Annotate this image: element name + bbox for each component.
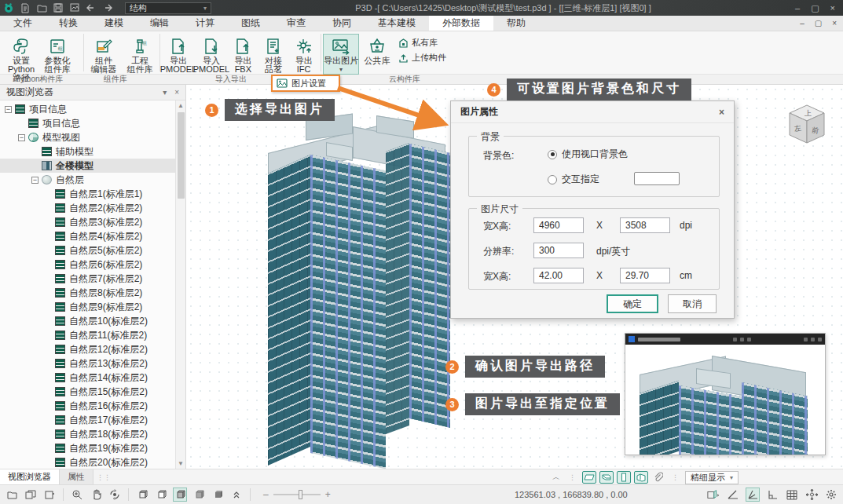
move-axes-icon[interactable] (805, 488, 819, 502)
menu-tab-帮助[interactable]: 帮助 (493, 16, 539, 31)
tree-item-0[interactable]: −项目信息 (0, 102, 175, 116)
tree-scrollbar[interactable]: ▲ ▼ (175, 100, 185, 469)
polar-snap-icon[interactable] (746, 488, 760, 502)
display-mode-dropdown[interactable]: 精细显示 ▾ (685, 471, 739, 484)
parametric-library-button[interactable]: 组 参数化 组件库 (39, 34, 75, 75)
settings-gear-icon[interactable] (824, 488, 838, 502)
tree-item-16[interactable]: 自然层11(标准层2) (0, 328, 175, 342)
tree-item-11[interactable]: 自然层6(标准层2) (0, 257, 175, 272)
export-ifc-button[interactable]: 导出 IFC (288, 34, 319, 75)
menu-tab-外部数据[interactable]: 外部数据 (429, 16, 493, 31)
panel-close-icon[interactable]: × (174, 88, 179, 97)
width-px-input[interactable]: 4960 (533, 217, 584, 233)
wall-display-icon[interactable] (634, 471, 648, 484)
close-button[interactable]: × (830, 3, 835, 13)
cascade-windows-icon[interactable] (24, 488, 38, 502)
viewer-minimize-icon[interactable] (811, 338, 815, 341)
radio-on-icon[interactable] (548, 150, 557, 159)
scroll-thumb[interactable] (178, 112, 185, 199)
exported-image-viewer[interactable] (625, 333, 826, 455)
tree-item-19[interactable]: 自然层14(标准层2) (0, 371, 175, 385)
doc-restore-button[interactable]: ▢ (815, 19, 822, 27)
doc-minimize-button[interactable]: – (800, 19, 805, 27)
wireframe-cube-icon[interactable] (135, 488, 149, 502)
slab-display-icon[interactable] (582, 471, 596, 484)
tree-item-3[interactable]: 辅助模型 (0, 144, 175, 159)
slider-track[interactable] (273, 494, 321, 495)
menu-tab-文件[interactable]: 文件 (0, 16, 46, 31)
collapse-toolbar-button[interactable]: ︿ (550, 472, 563, 483)
viewer-close-icon[interactable] (818, 338, 822, 341)
tree-item-2[interactable]: −模型视图 (0, 130, 175, 144)
menu-tab-图纸[interactable]: 图纸 (228, 16, 273, 31)
new-window-icon[interactable] (42, 488, 57, 502)
tree-item-10[interactable]: 自然层5(标准层2) (0, 243, 175, 257)
height-px-input[interactable]: 3508 (620, 217, 670, 233)
scroll-up-icon[interactable]: ▲ (178, 100, 184, 111)
model-viewport[interactable]: 上 左 前 1 选择导出图片 2 确认图片导出路径 3 图片导出至指定位置 (186, 85, 843, 469)
tree-item-14[interactable]: 自然层9(标准层2) (0, 300, 175, 314)
menu-tab-计算[interactable]: 计算 (182, 16, 228, 31)
view-cube[interactable]: 上 左 前 (785, 102, 829, 151)
ucs-icon[interactable] (706, 488, 720, 502)
public-library-button[interactable]: 公共库 (359, 34, 395, 66)
paperclip-icon[interactable] (651, 471, 665, 484)
scroll-down-icon[interactable]: ▼ (178, 458, 184, 469)
viewer-tool-icon[interactable] (747, 338, 751, 341)
menu-tab-转换[interactable]: 转换 (46, 16, 91, 31)
zoom-in-icon[interactable]: + (325, 489, 331, 500)
redo-icon[interactable] (102, 2, 113, 13)
tree-item-22[interactable]: 自然层17(标准层2) (0, 413, 175, 427)
import-pmodel-button[interactable]: 导入 PMODEL (195, 34, 228, 75)
mode-combo[interactable]: 结构 ▾ (125, 2, 211, 14)
column-display-icon[interactable] (617, 471, 631, 484)
menu-tab-建模[interactable]: 建模 (91, 16, 137, 31)
realistic-cube-icon[interactable] (211, 488, 225, 502)
export-pmodel-button[interactable]: 导出 PMODEL (162, 34, 195, 75)
radio-use-viewport-bg[interactable]: 使用视口背景色 (548, 148, 628, 161)
zoom-extents-icon[interactable] (70, 488, 84, 502)
tree-item-1[interactable]: 项目信息 (0, 116, 175, 130)
tree-item-4[interactable]: 全楼模型 (0, 159, 175, 173)
open-file-icon[interactable] (36, 2, 47, 13)
beam-display-icon[interactable] (599, 471, 614, 484)
menu-tab-协同[interactable]: 协同 (319, 16, 365, 31)
private-library-button[interactable]: 私有库 (398, 37, 446, 49)
panel-pin-icon[interactable]: ▾ (163, 88, 167, 97)
new-file-icon[interactable] (20, 2, 31, 13)
grid-icon[interactable] (785, 488, 799, 502)
cancel-button[interactable]: 取消 (668, 294, 717, 313)
new-view-icon[interactable] (5, 488, 19, 502)
angle-icon[interactable] (726, 488, 740, 502)
component-editor-button[interactable]: 组件 编辑器 (86, 34, 122, 75)
height-cm-input[interactable]: 29.70 (620, 268, 670, 283)
bg-color-swatch[interactable] (634, 172, 680, 185)
resolution-input[interactable]: 300 (533, 243, 584, 258)
tree-item-7[interactable]: 自然层2(标准层2) (0, 201, 175, 215)
hidden-line-cube-icon[interactable] (154, 488, 168, 502)
zoom-slider[interactable]: – + (263, 489, 331, 500)
radio-custom-bg[interactable]: 交互指定 (548, 173, 599, 186)
tree-item-9[interactable]: 自然层4(标准层2) (0, 229, 175, 243)
set-python-path-button[interactable]: 设置 Python路径 (3, 34, 39, 83)
menu-tab-编辑[interactable]: 编辑 (137, 16, 182, 31)
slider-handle[interactable] (299, 490, 302, 499)
upload-component-button[interactable]: 上传构件 (398, 52, 446, 64)
doc-close-button[interactable]: × (832, 19, 837, 27)
tree-item-25[interactable]: 自然层20(标准层2) (0, 455, 175, 469)
collapse-chevron-icon[interactable] (229, 488, 244, 502)
zoom-out-icon[interactable]: – (263, 489, 269, 500)
tree-expander-icon[interactable]: − (5, 106, 12, 113)
tree-item-6[interactable]: 自然层1(标准层1) (0, 187, 175, 201)
viewer-tool-icon[interactable] (740, 338, 744, 341)
tree-item-5[interactable]: −自然层 (0, 173, 175, 187)
ortho-icon[interactable] (765, 488, 779, 502)
minimize-button[interactable]: – (795, 3, 800, 13)
sidebar-tab-1[interactable]: 属性 (60, 469, 93, 484)
tree-item-8[interactable]: 自然层3(标准层2) (0, 215, 175, 229)
tree-item-13[interactable]: 自然层8(标准层2) (0, 286, 175, 300)
viewer-zoom-icon[interactable] (804, 338, 808, 341)
tree-item-24[interactable]: 自然层19(标准层2) (0, 441, 175, 455)
export-fbx-button[interactable]: 导出 FBX (228, 34, 258, 75)
pan-hand-icon[interactable] (89, 488, 103, 502)
